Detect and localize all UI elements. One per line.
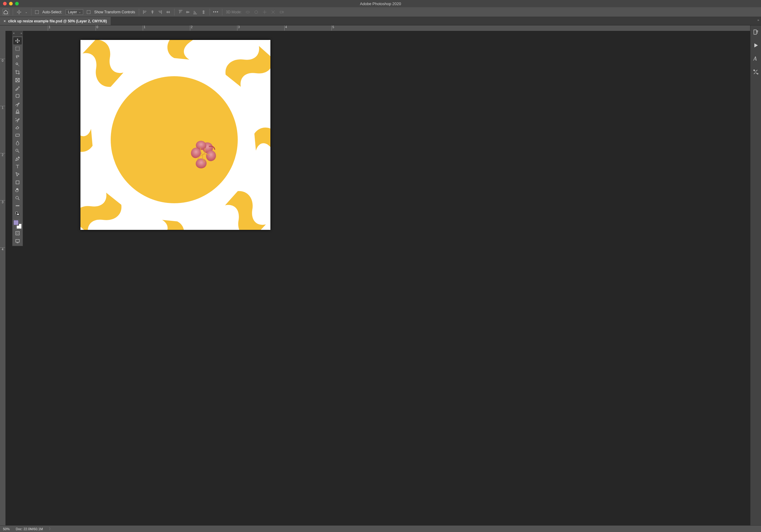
crop-tool[interactable] — [13, 69, 22, 76]
close-tab-icon[interactable]: × — [4, 19, 6, 23]
divider — [139, 9, 139, 16]
align-right-icon[interactable] — [157, 10, 162, 15]
window-close-button[interactable] — [3, 2, 7, 5]
divider — [31, 9, 31, 16]
ruler-tick: 1 — [0, 106, 5, 109]
canvas-viewport[interactable]: × » — [5, 31, 750, 525]
hand-tool[interactable] — [13, 187, 22, 194]
zoom-level[interactable]: 50% — [3, 527, 10, 531]
3d-pan-icon — [262, 10, 267, 15]
ruler-tick: 0 — [95, 26, 98, 30]
svg-point-0 — [246, 11, 250, 13]
window-zoom-button[interactable] — [15, 2, 19, 5]
doc-info[interactable]: Doc: 22.0M/60.1M — [16, 527, 43, 531]
marquee-tool[interactable] — [13, 45, 22, 52]
ruler-tick: 2 — [190, 26, 193, 30]
svg-rect-13 — [16, 231, 19, 235]
ruler-tick: 3 — [237, 26, 240, 30]
vertical-ruler[interactable]: 0 1 2 3 4 — [0, 31, 5, 525]
align-vertical-group — [178, 10, 198, 15]
horizontal-ruler[interactable]: 1 0 1 2 3 4 5 — [5, 26, 750, 31]
path-select-tool[interactable] — [13, 171, 22, 178]
divider — [222, 9, 222, 16]
tool-preset-dropdown[interactable]: ⌄ — [25, 11, 28, 14]
stamp-tool[interactable] — [13, 108, 22, 115]
auto-select-target-select[interactable]: Layer ⌄ — [66, 9, 83, 15]
edit-toolbar-icon[interactable]: ••• — [13, 202, 22, 209]
more-options-icon[interactable]: ••• — [213, 10, 218, 15]
svg-rect-9 — [16, 181, 19, 184]
align-top-icon[interactable] — [178, 10, 183, 15]
3d-orbit-icon — [245, 10, 250, 15]
eraser-tool[interactable] — [13, 124, 22, 131]
color-swatches[interactable] — [13, 220, 22, 229]
document-canvas[interactable] — [81, 40, 270, 230]
ruler-tick: 3 — [0, 200, 5, 204]
pen-tool[interactable] — [13, 155, 22, 162]
healing-brush-tool[interactable] — [13, 92, 22, 99]
swap-default-colors-icon[interactable] — [13, 210, 22, 217]
divider — [209, 9, 210, 16]
svg-rect-12 — [17, 213, 19, 215]
svg-point-8 — [16, 149, 18, 151]
auto-select-checkbox[interactable] — [35, 10, 39, 14]
lasso-tool[interactable] — [13, 53, 22, 60]
brush-tool[interactable] — [13, 100, 22, 107]
window-minimize-button[interactable] — [9, 2, 13, 5]
quick-mask-icon[interactable] — [13, 230, 22, 237]
frame-tool[interactable] — [13, 77, 22, 84]
svg-rect-17 — [754, 30, 756, 34]
ruler-tick: 0 — [0, 59, 5, 62]
svg-rect-15 — [16, 240, 19, 242]
screen-mode-icon[interactable] — [13, 237, 22, 245]
distribute-v-icon[interactable] — [201, 10, 206, 15]
ruler-tick: 1 — [48, 26, 50, 30]
align-left-icon[interactable] — [143, 10, 147, 15]
auto-select-label: Auto-Select: — [42, 10, 62, 14]
align-vcenter-icon[interactable] — [185, 10, 190, 15]
divider — [13, 9, 13, 16]
zoom-tool[interactable] — [13, 195, 22, 202]
auto-select-target-value: Layer — [68, 10, 77, 14]
svg-point-4 — [16, 63, 18, 65]
dodge-tool[interactable] — [13, 147, 22, 154]
align-horizontal-group — [143, 10, 162, 15]
document-tab[interactable]: × click up resize example file.psd @ 50%… — [0, 17, 111, 25]
options-bar: ⌄ Auto-Select: Layer ⌄ Show Transform Co… — [0, 7, 761, 17]
distribute-h-icon[interactable] — [166, 10, 171, 15]
show-transform-checkbox[interactable] — [87, 10, 90, 14]
toolbox-panel: × » — [12, 31, 23, 246]
move-tool[interactable] — [13, 37, 22, 44]
tab-overflow-icon[interactable]: » — [757, 18, 759, 22]
toolbox-close-icon[interactable]: × — [13, 32, 15, 35]
foreground-color-swatch[interactable] — [13, 220, 19, 225]
align-hcenter-icon[interactable] — [150, 10, 155, 15]
home-button[interactable] — [2, 9, 9, 16]
ruler-origin[interactable] — [0, 26, 5, 31]
move-icon[interactable] — [17, 10, 22, 15]
toolbox-expand-icon[interactable]: » — [21, 32, 22, 35]
show-transform-label: Show Transform Controls — [94, 10, 135, 14]
align-bottom-icon[interactable] — [193, 10, 198, 15]
tools-panel-icon[interactable] — [752, 68, 759, 76]
shape-tool[interactable] — [13, 179, 22, 186]
quick-select-tool[interactable] — [13, 61, 22, 68]
status-flyout-icon[interactable]: 〉 — [49, 527, 52, 531]
type-tool[interactable] — [13, 163, 22, 170]
ruler-tick: 2 — [0, 153, 5, 157]
history-brush-tool[interactable] — [13, 116, 22, 123]
gradient-tool[interactable] — [13, 132, 22, 139]
right-panel-strip: A — [750, 26, 761, 525]
svg-rect-2 — [280, 11, 282, 13]
blur-tool[interactable] — [13, 140, 22, 147]
character-panel-icon[interactable]: A — [752, 55, 759, 62]
3d-camera-icon — [279, 10, 284, 15]
app-title: Adobe Photoshop 2020 — [360, 2, 401, 6]
eyedropper-tool[interactable] — [13, 85, 22, 91]
properties-panel-icon[interactable] — [752, 29, 759, 36]
ruler-tick: 5 — [331, 26, 334, 30]
svg-point-16 — [111, 76, 238, 203]
sun-artwork — [81, 40, 270, 230]
play-panel-icon[interactable] — [752, 42, 759, 49]
divider — [174, 9, 175, 16]
